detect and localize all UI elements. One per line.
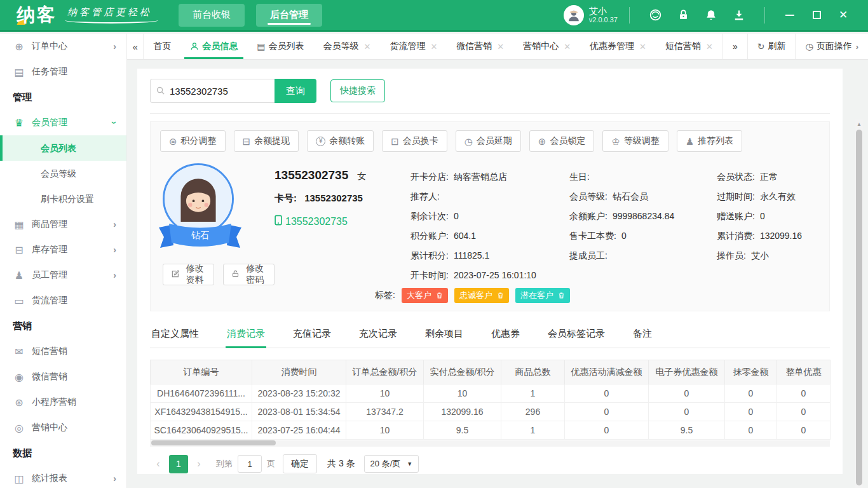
record-tab-会员标签记录[interactable]: 会员标签记录 [546, 320, 606, 348]
search-row: 查询 快捷搜索 [150, 79, 830, 103]
confirm-button[interactable]: 确定 [283, 454, 317, 473]
close-button[interactable]: ✕ [837, 10, 849, 21]
maximize-button[interactable] [811, 10, 822, 21]
scrollbar-thumb[interactable] [151, 440, 276, 445]
member-field: 会员等级:钻石会员 [569, 187, 717, 207]
record-tab-充次记录[interactable]: 充次记录 [358, 320, 398, 348]
next-page-button[interactable]: › [191, 455, 207, 473]
tab-会员信息[interactable]: 会员信息 [180, 34, 247, 59]
staff-icon: ♟ [13, 269, 25, 281]
search-input[interactable] [150, 79, 275, 103]
record-tab-优惠券[interactable]: 优惠券 [490, 320, 521, 348]
tab-短信营销[interactable]: 短信营销✕ [656, 34, 722, 59]
sidebar-item-会员管理[interactable]: ♛会员管理› [0, 110, 126, 135]
sidebar-item-微信营销[interactable]: ◉微信营销 [0, 364, 126, 390]
member-field: 积分账户:604.1 [410, 226, 569, 246]
member-phone[interactable]: 13552302735 [275, 215, 402, 228]
phone-icon [275, 215, 282, 228]
sidebar-item-任务管理[interactable]: ▤任务管理 [0, 59, 126, 85]
nav-backend-manage[interactable]: 后台管理 [256, 4, 322, 27]
table-row[interactable]: SC164230640929515...2023-07-25 16:04:441… [151, 421, 831, 440]
current-page-button[interactable]: 1 [169, 455, 188, 473]
action-等级调整[interactable]: ♔等级调整 [602, 130, 668, 152]
scrollbar-thumb[interactable] [856, 130, 862, 485]
close-icon[interactable]: ✕ [497, 42, 504, 51]
action-会员换卡[interactable]: ⊡会员换卡 [382, 130, 447, 152]
close-icon[interactable]: ✕ [564, 42, 571, 51]
sidebar-item-营销中心[interactable]: ◎营销中心 [0, 415, 126, 440]
goto-label: 到第 [216, 458, 233, 470]
sidebar-item-会员等级[interactable]: 会员等级 [0, 161, 126, 186]
tab-首页[interactable]: 首页 [144, 34, 180, 59]
sidebar-item-刷卡积分设置[interactable]: 刷卡积分设置 [0, 186, 126, 212]
record-tab-备注[interactable]: 备注 [632, 320, 653, 348]
vertical-scrollbar[interactable]: ▲ [855, 119, 863, 488]
table-header-cell: 消费时间 [252, 360, 346, 384]
refresh-button[interactable]: ↻ 刷新 [747, 34, 796, 59]
action-推荐列表[interactable]: ♟推荐列表 [677, 130, 742, 152]
caret-down-icon: ▼ [407, 461, 412, 467]
trash-icon[interactable] [558, 292, 565, 299]
tab-会员等级[interactable]: 会员等级✕ [313, 34, 380, 59]
quick-search-button[interactable]: 快捷搜索 [330, 79, 385, 102]
customer-service-icon[interactable] [648, 8, 662, 22]
table-row[interactable]: DH16464072396111...2023-08-23 15:20:3210… [151, 384, 831, 403]
trash-icon[interactable] [497, 292, 504, 299]
close-icon[interactable]: ✕ [639, 42, 646, 51]
sidebar-item-库存管理[interactable]: ⊟库存管理› [0, 237, 126, 262]
record-tab-消费记录[interactable]: 消费记录 [226, 320, 266, 348]
tab-营销中心[interactable]: 营销中心✕ [513, 34, 580, 59]
wechat-icon: ◉ [13, 371, 25, 383]
action-会员锁定[interactable]: ⊕会员锁定 [529, 130, 595, 152]
member-field: 开卡分店:纳客营销总店 [410, 167, 569, 187]
edit-password-button[interactable]: 修改密码 [223, 264, 275, 285]
trash-icon[interactable] [436, 292, 443, 299]
tabs-collapse-right[interactable]: » [722, 34, 747, 59]
crown-icon: ♛ [13, 117, 25, 129]
app-logo: 纳客 [17, 3, 57, 28]
member-field: 开卡时间:2023-07-25 16:01:10 [410, 266, 569, 285]
action-会员延期[interactable]: ◷会员延期 [456, 130, 521, 152]
sidebar-item-小程序营销[interactable]: ⊛小程序营销 [0, 390, 126, 415]
sidebar-item-货流管理[interactable]: ▭货流管理 [0, 288, 126, 313]
tab-优惠券管理[interactable]: 优惠券管理✕ [580, 34, 656, 59]
record-tab-剩余项目[interactable]: 剩余项目 [424, 320, 465, 348]
scroll-up-icon[interactable]: ▲ [855, 119, 863, 128]
tab-货流管理[interactable]: 货流管理✕ [380, 34, 447, 59]
sidebar-item-订单中心[interactable]: ⊕订单中心› [0, 34, 126, 59]
close-icon[interactable]: ✕ [363, 42, 370, 51]
page-ops-button[interactable]: ◷ 页面操作 › [795, 34, 868, 59]
action-积分调整[interactable]: ⊜积分调整 [160, 130, 226, 152]
close-icon[interactable]: ✕ [706, 42, 713, 51]
lock-icon[interactable] [676, 8, 690, 22]
table-row[interactable]: XF164329438154915...2023-08-01 15:34:541… [151, 403, 831, 421]
tab-会员列表[interactable]: ▤会员列表 [247, 34, 313, 59]
download-icon[interactable] [732, 8, 746, 22]
nav-front-cashier[interactable]: 前台收银 [179, 4, 245, 27]
edit-profile-button[interactable]: 修改资料 [163, 264, 214, 285]
lock-open-icon [231, 269, 240, 280]
action-余额提现[interactable]: ⊟余额提现 [234, 130, 299, 152]
goto-page-input[interactable] [238, 455, 262, 473]
sidebar-item-统计报表[interactable]: ◫统计报表› [0, 466, 126, 488]
tabs-collapse-left[interactable]: « [127, 34, 144, 59]
table-cell: 2023-08-23 15:20:32 [252, 384, 346, 403]
sidebar-item-员工管理[interactable]: ♟员工管理› [0, 262, 126, 288]
record-tab-自定义属性[interactable]: 自定义属性 [150, 320, 200, 348]
sidebar-item-商品管理[interactable]: ▦商品管理› [0, 212, 126, 237]
avatar[interactable] [564, 5, 584, 25]
close-icon[interactable]: ✕ [430, 42, 437, 51]
minimize-button[interactable] [784, 10, 796, 21]
sidebar-item-会员列表[interactable]: 会员列表 [0, 135, 126, 161]
horizontal-scrollbar[interactable] [150, 440, 830, 447]
page-size-select[interactable]: 20 条/页 ▼ [364, 455, 419, 473]
table-cell: 0 [649, 384, 725, 403]
sidebar-item-短信营销[interactable]: ✉短信营销 [0, 339, 126, 364]
tab-微信营销[interactable]: 微信营销✕ [447, 34, 513, 59]
member-field: 赠送账户:0 [717, 207, 868, 226]
bell-icon[interactable] [704, 8, 718, 22]
prev-page-button[interactable]: ‹ [150, 455, 166, 473]
action-余额转账[interactable]: ¥余额转账 [307, 130, 374, 152]
query-button[interactable]: 查询 [275, 79, 316, 103]
record-tab-充值记录[interactable]: 充值记录 [292, 320, 332, 348]
